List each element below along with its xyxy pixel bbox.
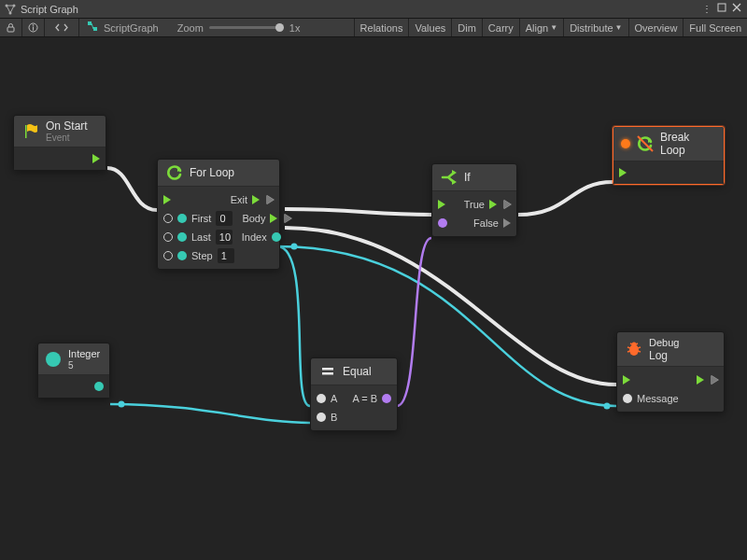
value-output-port[interactable]: [94, 382, 104, 391]
flow-input-port[interactable]: [438, 200, 445, 209]
a-input-port[interactable]: [317, 394, 326, 403]
flow-proxy-icon: [711, 375, 718, 385]
node-integer[interactable]: Integer 5: [37, 343, 110, 399]
exit-port[interactable]: [252, 195, 260, 204]
step-value[interactable]: 1: [218, 248, 234, 263]
flow-input-port[interactable]: [623, 375, 630, 385]
svg-point-12: [604, 403, 611, 410]
step-alt-port[interactable]: [163, 251, 173, 260]
b-input-port[interactable]: [317, 413, 326, 422]
svg-rect-15: [322, 372, 333, 375]
overview-button[interactable]: Overview: [628, 19, 684, 36]
svg-rect-3: [718, 4, 726, 11]
lock-button[interactable]: [0, 19, 22, 36]
align-menu[interactable]: Align▼: [519, 19, 563, 36]
scriptgraph-breadcrumb-icon: [87, 21, 98, 35]
svg-rect-13: [25, 125, 27, 138]
node-title: Debug: [649, 337, 679, 348]
flow-output-port[interactable]: [92, 154, 100, 163]
result-output-port[interactable]: [382, 394, 391, 403]
index-port[interactable]: [272, 232, 281, 242]
svg-rect-9: [93, 27, 97, 31]
flow-input-port[interactable]: [163, 195, 171, 204]
info-button[interactable]: [22, 19, 45, 36]
condition-port[interactable]: [438, 218, 447, 228]
last-alt-port[interactable]: [163, 232, 173, 242]
svg-point-6: [33, 24, 35, 26]
node-title: For Loop: [190, 166, 234, 179]
body-port[interactable]: [270, 214, 277, 223]
true-port[interactable]: [489, 200, 497, 209]
node-equal[interactable]: Equal A A = B B: [310, 357, 398, 431]
title-bar: Script Graph ⋮: [0, 0, 747, 19]
node-debug-log[interactable]: Debug Log Message: [616, 331, 725, 413]
equal-icon: [318, 362, 337, 381]
zoom-label: Zoom: [177, 22, 204, 34]
distribute-menu[interactable]: Distribute▼: [563, 19, 627, 36]
bug-icon: [625, 340, 643, 358]
node-header[interactable]: On Start Event: [14, 116, 106, 147]
last-value[interactable]: 10: [216, 230, 233, 245]
first-alt-port[interactable]: [163, 214, 173, 223]
node-title: If: [464, 171, 471, 184]
integer-value[interactable]: 5: [68, 360, 100, 371]
svg-point-10: [119, 401, 125, 408]
svg-rect-14: [322, 368, 333, 371]
svg-point-17: [632, 343, 637, 347]
relations-toggle[interactable]: Relations: [354, 19, 409, 36]
false-port[interactable]: [503, 218, 511, 228]
body-proxy-icon: [284, 214, 291, 223]
zoom-thumb[interactable]: [275, 23, 284, 32]
exit-label: Exit: [231, 194, 247, 205]
node-title: Equal: [343, 365, 372, 378]
carry-toggle[interactable]: Carry: [482, 19, 519, 36]
node-title: Integer: [68, 348, 100, 359]
break-loop-icon: [636, 134, 655, 153]
node-title: On Start: [46, 119, 88, 133]
graph-icon: [4, 3, 17, 16]
message-port[interactable]: [623, 394, 632, 403]
node-subtitle: Log: [649, 349, 679, 362]
flow-output-port[interactable]: [697, 375, 704, 385]
loop-icon: [165, 163, 184, 182]
zoom-slider[interactable]: [209, 26, 284, 29]
close-icon[interactable]: [730, 3, 743, 16]
step-port[interactable]: [177, 251, 187, 260]
node-on-start[interactable]: On Start Event: [13, 115, 106, 171]
warning-icon: [621, 139, 630, 148]
node-break-loop[interactable]: Break Loop: [613, 126, 725, 185]
node-subtitle: Event: [46, 133, 88, 143]
svg-point-11: [291, 244, 298, 250]
graph-canvas[interactable]: On Start Event For Loop Exit: [0, 37, 747, 560]
dim-toggle[interactable]: Dim: [451, 19, 482, 36]
first-port[interactable]: [177, 214, 187, 223]
window-title: Script Graph: [21, 4, 697, 15]
svg-rect-4: [7, 27, 14, 32]
true-proxy-icon: [503, 200, 511, 209]
last-port[interactable]: [177, 232, 187, 242]
node-for-loop[interactable]: For Loop Exit First 0 Body: [157, 159, 280, 270]
node-if[interactable]: If True False: [431, 163, 517, 237]
maximize-icon[interactable]: [715, 3, 728, 16]
node-title: Break Loop: [660, 131, 716, 157]
branch-icon: [440, 168, 458, 187]
code-button[interactable]: [45, 19, 78, 36]
flow-input-port[interactable]: [619, 168, 627, 177]
zoom-value: 1x: [289, 22, 301, 34]
svg-rect-8: [88, 21, 92, 25]
edges-layer: [0, 37, 747, 560]
exit-proxy-icon: [266, 195, 274, 204]
breadcrumb-label[interactable]: ScriptGraph: [104, 22, 159, 34]
integer-icon: [46, 352, 61, 367]
toolbar: ScriptGraph Zoom 1x Relations Values Dim…: [0, 19, 747, 37]
values-toggle[interactable]: Values: [408, 19, 451, 36]
more-menu-icon[interactable]: ⋮: [700, 3, 713, 16]
fullscreen-button[interactable]: Full Screen: [683, 19, 747, 36]
flag-icon: [21, 122, 40, 141]
first-value[interactable]: 0: [216, 211, 233, 226]
svg-rect-7: [33, 27, 34, 31]
